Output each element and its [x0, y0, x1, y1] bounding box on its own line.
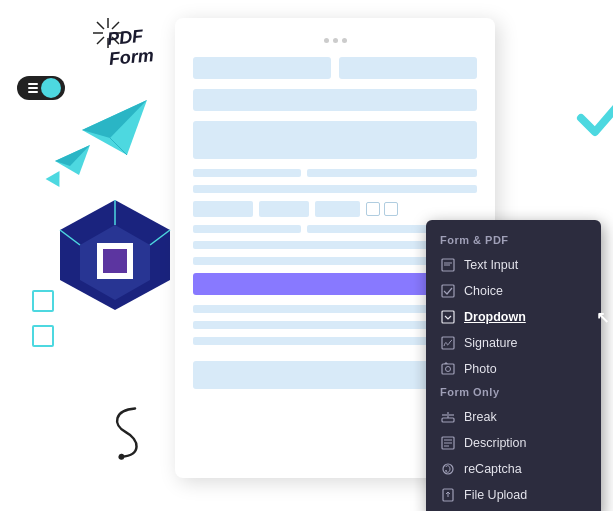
- menu-item-text-input-label: Text Input: [464, 258, 518, 272]
- svg-point-25: [118, 453, 125, 460]
- doc-dots: [193, 38, 477, 43]
- photo-icon: [440, 361, 456, 377]
- menu-item-recaptcha-label: reCaptcha: [464, 462, 522, 476]
- text-line-short-1: [307, 169, 477, 177]
- checkbox-row-1: [193, 201, 477, 217]
- small-square-2: [32, 325, 54, 347]
- doc-dot-1: [324, 38, 329, 43]
- menu-item-text-input[interactable]: Text Input: [426, 252, 601, 278]
- svg-line-7: [97, 37, 104, 44]
- small-square-1: [32, 290, 54, 312]
- background-container: PDF Form: [0, 0, 613, 511]
- file-upload-icon: [440, 487, 456, 503]
- form-field-full-1: [193, 89, 477, 111]
- recaptcha-icon: [440, 461, 456, 477]
- small-field-1: [193, 201, 253, 217]
- cursor-arrow-icon: ↖: [596, 308, 609, 327]
- context-menu: Form & PDF Text Input Choice Dropdown ↖: [426, 220, 601, 511]
- checkbox-2[interactable]: [384, 202, 398, 216]
- menu-item-choice-label: Choice: [464, 284, 503, 298]
- paper-airplane-large: [82, 100, 147, 159]
- svg-point-9: [41, 78, 61, 98]
- text-line-3: [193, 225, 301, 233]
- menu-section-form-pdf: Form & PDF: [426, 230, 601, 252]
- svg-point-33: [446, 367, 451, 372]
- small-field-2: [259, 201, 309, 217]
- signature-icon: [440, 335, 456, 351]
- svg-rect-38: [442, 418, 454, 422]
- menu-item-photo-label: Photo: [464, 362, 497, 376]
- menu-item-break[interactable]: Break: [426, 404, 601, 430]
- menu-item-photo[interactable]: Photo: [426, 356, 601, 382]
- svg-rect-21: [103, 249, 127, 273]
- pdf-form-label: PDF Form: [106, 26, 154, 69]
- checkbox-group-1: [366, 201, 398, 217]
- menu-item-description-label: Description: [464, 436, 527, 450]
- checkbox-1[interactable]: [366, 202, 380, 216]
- break-icon: [440, 409, 456, 425]
- description-icon: [440, 435, 456, 451]
- toggle-icon: [15, 58, 67, 86]
- svg-rect-29: [442, 285, 454, 297]
- text-line-1: [193, 169, 301, 177]
- svg-line-4: [97, 22, 104, 29]
- menu-item-file-upload-label: File Upload: [464, 488, 527, 502]
- menu-item-signature[interactable]: Signature: [426, 330, 601, 356]
- svg-rect-31: [442, 337, 454, 349]
- 3d-cube: [55, 195, 175, 319]
- small-field-3: [315, 201, 360, 217]
- menu-item-signature-label: Signature: [464, 336, 518, 350]
- form-row-small-1: [193, 169, 477, 177]
- menu-item-dropdown[interactable]: Dropdown ↖: [426, 304, 601, 330]
- form-field-tall-1: [193, 121, 477, 159]
- squiggle-decoration: [99, 399, 160, 475]
- form-field-1b: [339, 57, 477, 79]
- menu-item-dropdown-label: Dropdown: [464, 310, 526, 324]
- menu-item-description[interactable]: Description: [426, 430, 601, 456]
- text-line-2: [193, 185, 477, 193]
- svg-marker-34: [444, 362, 448, 364]
- choice-icon: [440, 283, 456, 299]
- doc-dot-2: [333, 38, 338, 43]
- menu-section-form-only: Form Only: [426, 382, 601, 404]
- checkmark-overlay: [573, 90, 613, 149]
- menu-item-choice[interactable]: Choice: [426, 278, 601, 304]
- menu-item-break-label: Break: [464, 410, 497, 424]
- dropdown-icon: [440, 309, 456, 325]
- svg-rect-30: [442, 311, 454, 323]
- form-row-small-2: [193, 185, 477, 193]
- text-input-icon: [440, 257, 456, 273]
- doc-dot-3: [342, 38, 347, 43]
- menu-item-recaptcha[interactable]: reCaptcha: [426, 456, 601, 482]
- form-row-1: [193, 57, 477, 79]
- form-field-1a: [193, 57, 331, 79]
- menu-item-file-upload[interactable]: File Upload: [426, 482, 601, 508]
- svg-rect-32: [442, 364, 454, 374]
